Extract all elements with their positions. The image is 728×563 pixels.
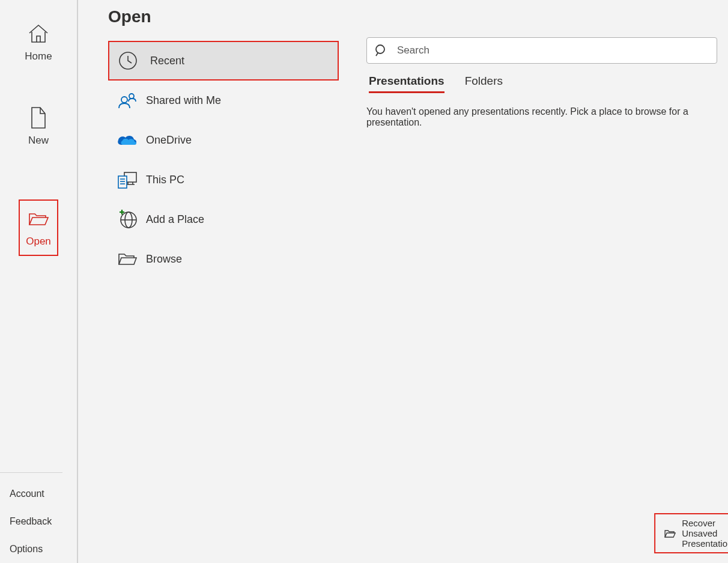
page-title: Open	[108, 7, 340, 26]
place-onedrive[interactable]: OneDrive	[108, 120, 340, 160]
search-icon	[374, 44, 393, 57]
nav-open[interactable]: Open	[19, 199, 58, 256]
browse-folder-icon	[114, 251, 141, 267]
tab-folders[interactable]: Folders	[465, 75, 503, 93]
clock-icon	[114, 50, 142, 71]
this-pc-icon	[114, 170, 141, 189]
nav-divider	[0, 472, 62, 473]
nav-home-label: Home	[25, 50, 52, 62]
open-folder-icon	[28, 207, 49, 231]
svg-line-14	[376, 53, 378, 56]
place-shared-label: Shared with Me	[146, 94, 221, 107]
recover-unsaved-button[interactable]: Recover Unsaved Presentations	[654, 513, 728, 553]
place-thispc-label: This PC	[146, 174, 184, 186]
onedrive-icon	[114, 133, 141, 147]
nav-open-label: Open	[26, 236, 51, 248]
new-doc-icon	[29, 106, 47, 130]
places-panel: Open Recent	[78, 0, 340, 563]
empty-message: You haven't opened any presentations rec…	[366, 106, 717, 128]
svg-point-1	[121, 97, 127, 103]
place-browse[interactable]: Browse	[108, 239, 340, 279]
svg-point-13	[376, 45, 384, 53]
nav-bottom: Account Feedback Options	[0, 480, 77, 563]
content-tabs: Presentations Folders	[366, 75, 717, 93]
nav-new-label: New	[28, 135, 49, 147]
place-browse-label: Browse	[146, 253, 182, 266]
svg-rect-4	[118, 176, 127, 188]
search-box[interactable]	[366, 37, 717, 64]
nav-new[interactable]: New	[0, 77, 77, 161]
nav-account[interactable]: Account	[10, 480, 77, 508]
search-input[interactable]	[393, 44, 709, 57]
place-thispc[interactable]: This PC	[108, 160, 340, 199]
home-icon	[27, 22, 50, 46]
left-nav: Home New Open Account	[0, 0, 78, 563]
nav-feedback[interactable]: Feedback	[10, 508, 77, 535]
nav-home[interactable]: Home	[0, 14, 77, 77]
content-panel: Presentations Folders You haven't opened…	[340, 0, 728, 563]
tab-presentations[interactable]: Presentations	[369, 75, 444, 93]
place-shared[interactable]: Shared with Me	[108, 81, 340, 120]
place-addplace-label: Add a Place	[146, 213, 204, 226]
svg-point-2	[129, 94, 134, 99]
place-list: Recent Shared with Me	[108, 41, 340, 279]
place-recent-label: Recent	[150, 55, 184, 67]
place-onedrive-label: OneDrive	[146, 134, 192, 147]
add-place-icon	[114, 209, 141, 230]
recover-label: Recover Unsaved Presentations	[682, 518, 728, 549]
recover-folder-icon	[664, 529, 676, 538]
nav-options[interactable]: Options	[10, 535, 77, 563]
people-icon	[114, 91, 141, 109]
place-recent[interactable]: Recent	[108, 41, 339, 81]
place-addplace[interactable]: Add a Place	[108, 199, 340, 239]
